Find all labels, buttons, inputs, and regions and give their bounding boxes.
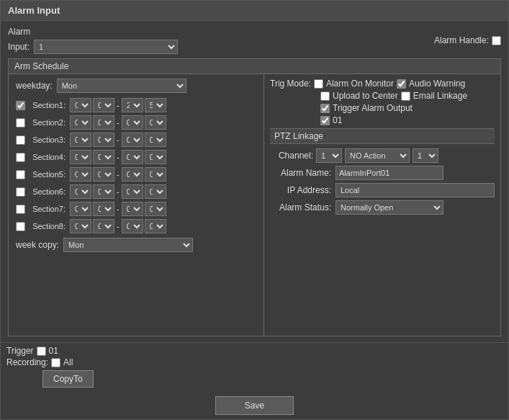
output-01-checkbox[interactable] xyxy=(320,116,330,125)
section5-label: Section5: xyxy=(27,170,68,179)
section-row-1: Section1: 0 0 - 23 59 xyxy=(13,97,259,113)
section7-m1[interactable]: 0 xyxy=(93,202,114,216)
trig-line-2: Upload to Center Email Linkage xyxy=(270,91,495,101)
section8-m1[interactable]: 0 xyxy=(93,219,114,233)
section1-h1[interactable]: 0 xyxy=(70,98,91,112)
window-title: Alarm Input xyxy=(8,5,60,16)
section3-m1[interactable]: 0 xyxy=(93,133,114,147)
section4-h2[interactable]: 0 xyxy=(122,150,143,164)
audio-warning-checkbox[interactable] xyxy=(397,79,406,89)
section2-m1[interactable]: 0 xyxy=(93,115,114,130)
section7-h2[interactable]: 0 xyxy=(122,202,143,216)
section-row-3: Section3: 0 0 - 0 0 xyxy=(13,132,259,148)
alarm-name-input[interactable] xyxy=(335,166,443,180)
section2-h2[interactable]: 0 xyxy=(122,115,143,130)
upload-to-center-checkbox[interactable] xyxy=(320,91,330,101)
trig-line-3: Trigger Alarm Output xyxy=(270,103,495,113)
section-row-8: Section8: 0 0 - 0 0 xyxy=(13,218,259,234)
section3-m2[interactable]: 0 xyxy=(145,133,166,147)
section5-m1[interactable]: 0 xyxy=(93,167,114,182)
section8-label: Section8: xyxy=(27,222,68,231)
week-copy-select[interactable]: MonTueWedThuFriSatSun xyxy=(63,238,193,252)
section6-m1[interactable]: 0 xyxy=(93,184,114,199)
weekday-label: weekday: xyxy=(16,81,53,91)
alarm-name-row: Alarm Name: xyxy=(270,166,495,180)
section6-checkbox[interactable] xyxy=(16,187,25,197)
save-button[interactable]: Save xyxy=(215,396,294,415)
section6-h1[interactable]: 0 xyxy=(70,184,91,199)
ip-address-label: IP Address: xyxy=(270,185,331,195)
alarm-on-monitor-checkbox[interactable] xyxy=(314,79,323,89)
section7-checkbox[interactable] xyxy=(16,205,25,214)
section6-m2[interactable]: 0 xyxy=(145,184,166,199)
section8-h2[interactable]: 0 xyxy=(122,219,143,233)
copy-to-button[interactable]: CopyTo xyxy=(42,370,94,388)
section6-h2[interactable]: 0 xyxy=(122,184,143,199)
trigger-row: Trigger 01 xyxy=(6,346,503,356)
trigger-checkbox[interactable] xyxy=(37,347,46,356)
alarm-input-window: Alarm Input Alarm Input: 1234 Alarm Hand… xyxy=(0,0,509,420)
alarm-handle-label: Alarm Handle: xyxy=(434,35,489,45)
alarm-status-select[interactable]: Normally OpenNormally Close xyxy=(335,200,443,215)
section4-m2[interactable]: 0 xyxy=(145,150,166,164)
section2-checkbox[interactable] xyxy=(16,118,25,128)
section4-m1[interactable]: 0 xyxy=(93,150,114,164)
upload-to-center-label: Upload to Center xyxy=(333,91,398,101)
section2-h1[interactable]: 0 xyxy=(70,115,91,130)
section1-m1[interactable]: 0 xyxy=(93,98,114,112)
section5-checkbox[interactable] xyxy=(16,170,25,179)
section4-checkbox[interactable] xyxy=(16,153,25,162)
ip-address-value: Local xyxy=(335,183,495,197)
weekday-select[interactable]: MonTueWedThuFriSatSun xyxy=(57,79,186,93)
section2-m2[interactable]: 0 xyxy=(145,115,166,130)
section1-m2[interactable]: 59 xyxy=(145,98,166,112)
alarm-status-row: Alarm Status: Normally OpenNormally Clos… xyxy=(270,200,495,215)
section4-h1[interactable]: 0 xyxy=(70,150,91,164)
alarm-top-row: Alarm Input: 1234 Alarm Handle: xyxy=(8,27,501,54)
section7-label: Section7: xyxy=(27,205,68,213)
week-copy-label: week copy: xyxy=(16,240,59,250)
save-row: Save xyxy=(1,390,508,419)
section3-h2[interactable]: 0 xyxy=(122,133,143,147)
section1-label: Section1: xyxy=(27,101,68,110)
recording-checkbox[interactable] xyxy=(51,358,60,367)
section7-m2[interactable]: 0 xyxy=(145,202,166,216)
right-panel: Trig Mode: Alarm On Monitor Audio Warnin… xyxy=(264,74,500,336)
copy-row: CopyTo xyxy=(6,370,503,388)
channel-select[interactable]: 1234 xyxy=(316,148,342,163)
alarm-input-row: Input: 1234 xyxy=(8,40,178,54)
alarm-on-monitor-label: Alarm On Monitor xyxy=(326,79,394,89)
email-linkage-label: Email Linkage xyxy=(413,91,467,101)
section8-h1[interactable]: 0 xyxy=(70,219,91,233)
alarm-input-select[interactable]: 1234 xyxy=(34,40,178,54)
section5-h1[interactable]: 0 xyxy=(70,167,91,182)
section1-h2[interactable]: 23 xyxy=(122,98,143,112)
output-01-label: 01 xyxy=(333,115,342,125)
main-content: Alarm Input: 1234 Alarm Handle: Arm Sche… xyxy=(1,21,508,342)
trigger-alarm-output-checkbox[interactable] xyxy=(320,104,330,113)
recording-row: Recording: All xyxy=(6,357,503,367)
section5-m2[interactable]: 0 xyxy=(145,167,166,182)
section5-h2[interactable]: 0 xyxy=(122,167,143,182)
input-label: Input: xyxy=(8,42,30,52)
arm-schedule-body: weekday: MonTueWedThuFriSatSun Section1:… xyxy=(9,74,500,336)
email-linkage-checkbox[interactable] xyxy=(401,91,410,101)
section3-checkbox[interactable] xyxy=(16,135,25,145)
recording-value: All xyxy=(63,357,73,367)
title-bar: Alarm Input xyxy=(1,1,508,21)
preset-select[interactable]: 123 xyxy=(413,148,438,163)
alarm-handle-checkbox[interactable] xyxy=(492,36,501,45)
section3-label: Section3: xyxy=(27,135,68,144)
section6-label: Section6: xyxy=(27,187,68,196)
section-row-7: Section7: 0 0 - 0 0 xyxy=(13,201,259,217)
section7-h1[interactable]: 0 xyxy=(70,202,91,216)
section3-h1[interactable]: 0 xyxy=(70,133,91,147)
section8-checkbox[interactable] xyxy=(16,222,25,231)
alarm-section: Alarm Input: 1234 xyxy=(8,27,178,54)
section1-checkbox[interactable] xyxy=(16,101,25,110)
section2-label: Section2: xyxy=(27,118,68,127)
arm-schedule-wrapper: Arm Schedule weekday: MonTueWedThuFriSat… xyxy=(8,58,501,336)
ptz-linkage-label: PTZ Linkage xyxy=(274,131,323,141)
action-select[interactable]: NO ActionPresetTourPattern xyxy=(345,148,410,163)
section8-m2[interactable]: 0 xyxy=(145,219,166,233)
